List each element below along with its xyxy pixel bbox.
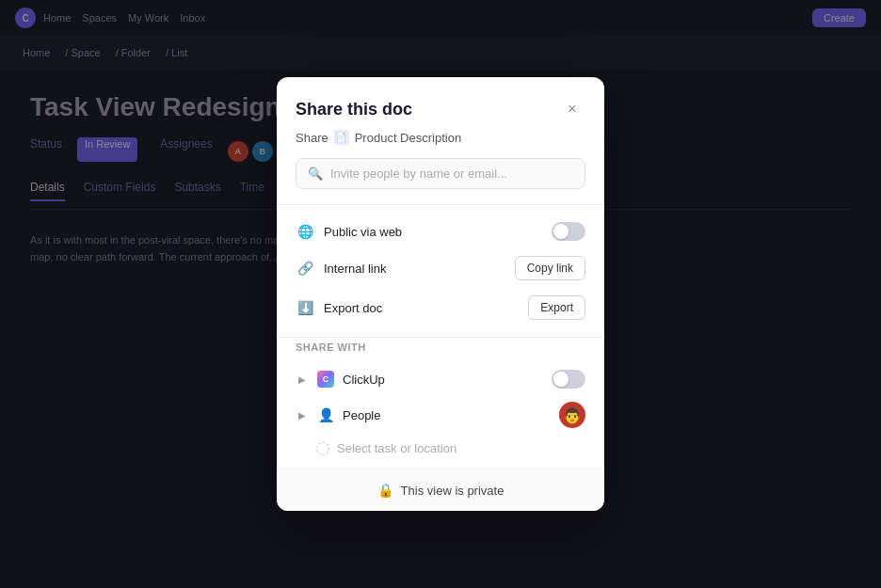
clickup-label: ClickUp — [343, 373, 544, 387]
options-section: 🌐 Public via web 🔗 Internal link Copy li… — [277, 205, 604, 337]
link-icon: 🔗 — [296, 259, 314, 278]
user-avatar: 👨 — [559, 402, 585, 428]
option-public-via-web: 🌐 Public via web — [296, 216, 585, 246]
export-button[interactable]: Export — [528, 295, 585, 320]
clickup-icon: C — [316, 370, 335, 389]
search-input-wrap[interactable]: 🔍 — [296, 158, 585, 189]
modal-overlay: Share this doc × Share 📄 Product Descrip… — [0, 0, 881, 588]
subtitle-doc: Product Description — [355, 131, 461, 145]
public-via-web-toggle[interactable] — [552, 222, 585, 241]
share-row-people: ▶ 👤 People 👨 — [296, 396, 585, 434]
modal-title: Share this doc — [296, 100, 412, 119]
people-icon: 👤 — [316, 405, 335, 424]
clickup-toggle-knob — [553, 372, 569, 387]
people-label: People — [343, 408, 552, 422]
internal-link-action: Copy link — [515, 256, 585, 280]
select-task-label: Select task or location — [337, 441, 457, 455]
clickup-action — [552, 370, 585, 389]
chevron-right-icon-clickup[interactable]: ▶ — [296, 374, 309, 385]
share-with-section: ▶ C ClickUp ▶ 👤 People 👨 — [277, 357, 604, 469]
modal-subtitle: Share 📄 Product Description — [277, 122, 604, 158]
footer-text: This view is private — [401, 484, 505, 498]
option-internal-link: 🔗 Internal link Copy link — [296, 250, 585, 286]
people-action: 👨 — [559, 402, 585, 428]
share-modal: Share this doc × Share 📄 Product Descrip… — [277, 77, 604, 511]
modal-footer: 🔒 This view is private — [277, 469, 604, 511]
public-via-web-action — [552, 222, 585, 241]
internal-link-label: Internal link — [324, 262, 505, 276]
close-icon: × — [568, 101, 576, 118]
globe-icon: 🌐 — [296, 222, 314, 241]
share-with-label: Share with — [277, 338, 604, 357]
subtitle-prefix: Share — [296, 131, 328, 145]
user-avatar-emoji: 👨 — [563, 406, 582, 424]
doc-icon: 📄 — [334, 130, 349, 145]
chevron-right-icon-people[interactable]: ▶ — [296, 410, 309, 421]
clickup-logo: C — [317, 371, 334, 388]
export-icon: ⬇️ — [296, 298, 314, 317]
public-via-web-label: Public via web — [324, 225, 542, 239]
select-task-row[interactable]: Select task or location — [296, 436, 585, 461]
search-icon: 🔍 — [308, 167, 323, 181]
search-row: 🔍 — [277, 158, 604, 204]
option-export-doc: ⬇️ Export doc Export — [296, 290, 585, 326]
lock-icon: 🔒 — [377, 483, 393, 498]
modal-header: Share this doc × — [277, 77, 604, 122]
select-task-dot — [316, 442, 329, 455]
clickup-toggle[interactable] — [552, 370, 585, 389]
export-doc-action: Export — [528, 295, 585, 320]
export-doc-label: Export doc — [324, 301, 519, 315]
invite-search-input[interactable] — [330, 167, 573, 181]
share-row-clickup: ▶ C ClickUp — [296, 364, 585, 394]
toggle-knob — [553, 224, 569, 239]
close-button[interactable]: × — [559, 96, 585, 122]
copy-link-button[interactable]: Copy link — [515, 256, 585, 280]
